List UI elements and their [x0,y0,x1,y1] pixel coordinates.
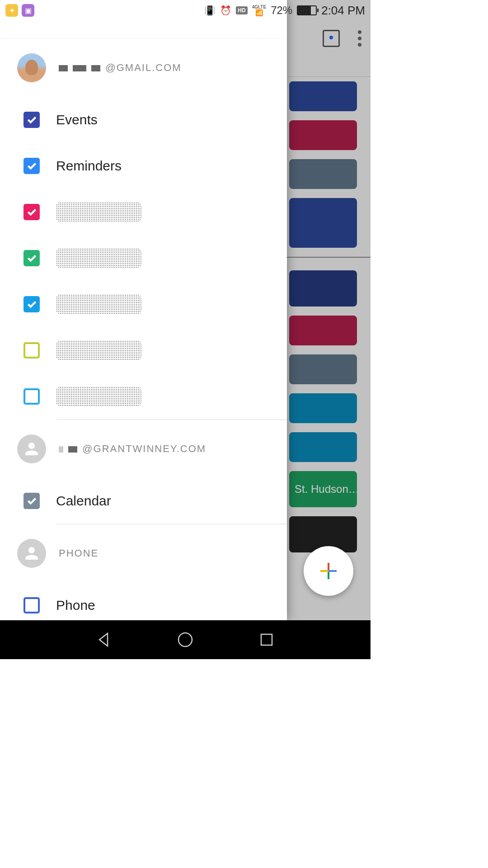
account-email: @GRANTWINNEY.COM [59,443,206,455]
calendar-toggle-item[interactable]: Calendar [0,478,287,524]
vibrate-icon: 📳 [204,5,216,16]
alarm-icon: ⏰ [220,5,231,16]
back-button[interactable] [95,631,113,649]
home-button[interactable] [176,631,194,649]
hd-badge: HD [236,6,247,14]
calendar-name-redacted [56,340,142,360]
checkbox[interactable] [23,388,40,405]
calendar-toggle-item[interactable]: Phone [0,582,287,620]
checkbox[interactable] [23,112,40,128]
calendar-name-redacted [56,387,142,406]
calendar-toggle-item[interactable] [0,281,287,327]
checkbox[interactable] [23,342,40,359]
checkbox[interactable] [23,204,40,220]
battery-icon [297,5,317,15]
avatar [17,53,46,82]
navigation-drawer: @GMAIL.COMEventsReminders @GRANTWINNEY.C… [0,0,287,620]
status-bar: ✦ ▣ 📳 ⏰ HD 4GLTE 📶 72% 2:04 PM [0,0,371,21]
battery-percent: 72% [271,4,292,17]
system-nav-bar [0,620,371,659]
calendar-name-redacted [56,202,142,222]
account-email: @GMAIL.COM [59,62,182,74]
checkbox[interactable] [23,597,40,613]
checkbox[interactable] [23,493,40,509]
calendar-toggle-item[interactable] [0,235,287,281]
checkbox[interactable] [23,158,40,174]
svg-point-4 [178,633,192,646]
checkbox[interactable] [23,250,40,266]
fab-create[interactable] [304,546,353,596]
calendar-name: Reminders [56,158,122,174]
svg-rect-1 [328,571,329,579]
svg-rect-2 [320,570,328,572]
account-header[interactable]: @GMAIL.COM [0,39,287,97]
checkbox[interactable] [23,296,40,312]
recents-button[interactable] [258,631,276,649]
signal-icon: 📶 [255,9,263,16]
calendar-toggle-item[interactable] [0,327,287,373]
notification-icon: ▣ [22,4,34,17]
calendar-toggle-item[interactable] [0,373,287,420]
calendar-name: Events [56,112,98,127]
calendar-name: Calendar [56,493,111,509]
calendar-name-redacted [56,294,142,314]
calendar-name: Phone [56,598,95,613]
account-email: PHONE [59,547,99,559]
avatar [17,434,46,463]
avatar [17,539,46,568]
calendar-toggle-item[interactable]: Reminders [0,143,287,189]
svg-rect-5 [261,634,272,645]
svg-rect-3 [328,570,337,572]
account-header[interactable]: PHONE [0,524,287,582]
plus-icon [318,560,339,582]
account-header[interactable]: @GRANTWINNEY.COM [0,420,287,478]
calendar-toggle-item[interactable] [0,189,287,235]
notification-icon: ✦ [5,4,18,17]
calendar-toggle-item[interactable]: Events [0,97,287,143]
calendar-name-redacted [56,248,142,268]
svg-rect-0 [328,563,329,571]
status-time: 2:04 PM [321,4,365,18]
